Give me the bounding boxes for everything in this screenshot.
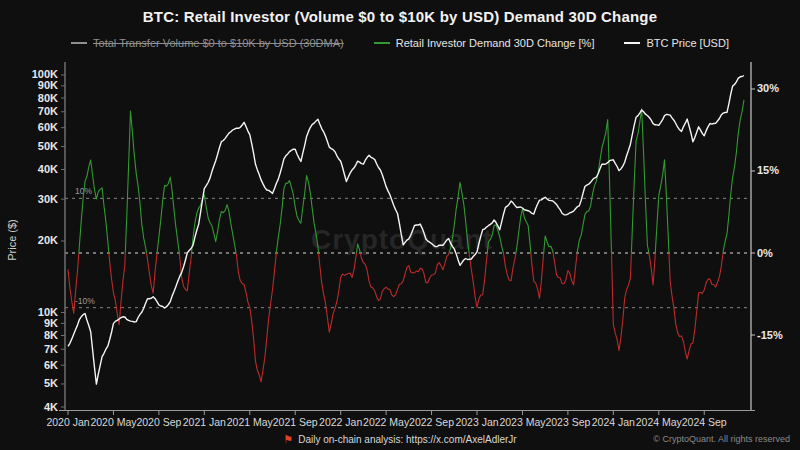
svg-text:50K: 50K [38,140,58,152]
svg-text:2024 May: 2024 May [636,416,683,428]
svg-text:5K: 5K [44,377,58,389]
analysis-note-text: Daily on-chain analysis: https://x.com/A… [298,434,516,445]
svg-text:7K: 7K [44,343,58,355]
svg-text:60K: 60K [38,121,58,133]
svg-text:80K: 80K [38,92,58,104]
copyright: © CryptoQuant. All rights reserved [653,434,790,444]
svg-text:2023 Sep: 2023 Sep [545,416,590,428]
svg-text:15%: 15% [757,164,779,176]
svg-text:-10%: -10% [75,296,95,306]
chart-window: BTC: Retail Investor (Volume $0 to $10K … [0,0,800,450]
svg-text:2023 Jan: 2023 Jan [455,416,498,428]
svg-text:70K: 70K [38,105,58,117]
svg-text:2021 Sep: 2021 Sep [273,416,318,428]
svg-text:2020 Jan: 2020 Jan [46,416,89,428]
price-demand-chart[interactable]: CryptoQuant10%-10%100K90K80K70K60K50K40K… [0,0,800,450]
svg-text:Price ($): Price ($) [6,219,18,261]
svg-text:30K: 30K [38,193,58,205]
svg-text:2024 Sep: 2024 Sep [682,416,727,428]
svg-text:2022 Jan: 2022 Jan [319,416,362,428]
svg-text:-15%: -15% [757,329,783,341]
svg-text:6K: 6K [44,359,58,371]
svg-text:8K: 8K [44,329,58,341]
svg-text:2020 May: 2020 May [90,416,137,428]
svg-text:90K: 90K [38,79,58,91]
svg-text:2024 Jan: 2024 Jan [592,416,635,428]
svg-text:40K: 40K [38,163,58,175]
svg-text:30%: 30% [757,82,779,94]
svg-text:2023 May: 2023 May [499,416,546,428]
svg-text:4K: 4K [44,401,58,413]
svg-text:0%: 0% [757,247,773,259]
svg-text:2021 Jan: 2021 Jan [183,416,226,428]
svg-text:2022 Sep: 2022 Sep [409,416,454,428]
svg-text:2021 May: 2021 May [227,416,274,428]
svg-text:2020 Sep: 2020 Sep [136,416,181,428]
svg-text:2022 May: 2022 May [363,416,410,428]
svg-text:9K: 9K [44,317,58,329]
flag-icon: ⚑ [283,434,293,445]
svg-text:20K: 20K [38,234,58,246]
